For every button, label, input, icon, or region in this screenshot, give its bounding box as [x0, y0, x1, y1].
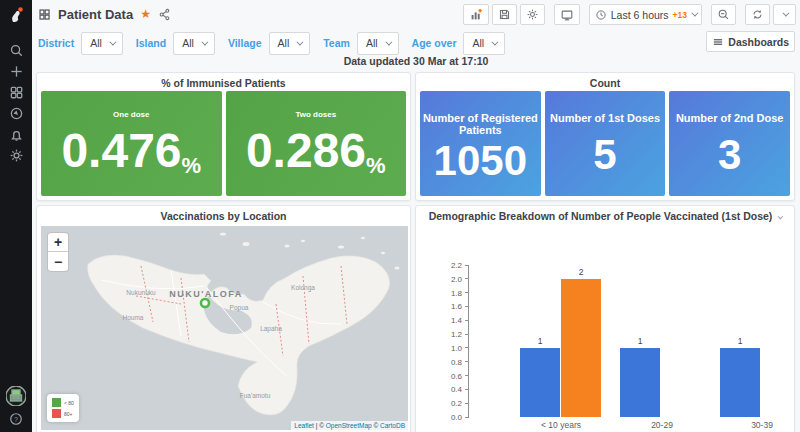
y-axis-tick-mark: [465, 403, 469, 404]
y-axis-tick-mark: [465, 389, 469, 390]
y-axis-tick-label: 1.2: [451, 330, 462, 339]
menu-icon: [712, 36, 724, 48]
help-icon[interactable]: ?: [5, 411, 27, 426]
panel-demographic: Demographic Breakdown of Number of Peopl…: [415, 205, 795, 432]
stat-card-count[interactable]: Number of 1st Doses5: [545, 91, 666, 196]
y-axis-tick-label: 1.0: [451, 343, 462, 352]
time-range-label: Last 6 hours: [611, 9, 669, 21]
stat-card-immunised[interactable]: One dose0.476%: [41, 91, 222, 196]
chart-bar[interactable]: [520, 348, 560, 417]
dashboards-button[interactable]: Dashboards: [706, 31, 795, 52]
filter-value-dropdown[interactable]: All: [463, 32, 505, 55]
stat-card-count[interactable]: Number of 2nd Dose3: [669, 91, 790, 196]
map-canvas: NukunukuNUKU'ALOFAPopuaKolongaHoumaLapah…: [41, 226, 408, 430]
map-zoom-in-button[interactable]: +: [48, 233, 68, 252]
stat-card-immunised[interactable]: Two doses0.286%: [226, 91, 407, 196]
filter-label[interactable]: Age over: [412, 37, 457, 49]
stat-label: Two doses: [295, 110, 336, 119]
y-axis-tick-label: 2.2: [451, 261, 462, 270]
grafana-logo[interactable]: [6, 5, 26, 25]
chevron-down-icon: [691, 10, 698, 17]
timezone-badge: +13: [673, 10, 687, 20]
chart-bar[interactable]: [620, 348, 660, 417]
search-icon[interactable]: [5, 43, 27, 58]
legend-swatch: [52, 398, 61, 407]
vaccination-location-marker[interactable]: [201, 299, 209, 307]
panel-title-immunised[interactable]: % of Immunised Patients: [37, 73, 410, 89]
configuration-gear-icon[interactable]: [5, 148, 27, 163]
map-legend-row: < 80: [52, 398, 74, 407]
chevron-down-icon: [782, 10, 789, 17]
filter-value-text: All: [90, 37, 102, 49]
refresh-button[interactable]: [745, 4, 770, 25]
filter-value-text: All: [182, 37, 194, 49]
chevron-down-icon: [385, 38, 392, 45]
panel-map: Vaccinations by Location: [36, 205, 411, 432]
filter-label[interactable]: Team: [323, 37, 350, 49]
filter-group: VillageAll: [228, 32, 310, 55]
bar-value-label: 1: [738, 336, 743, 346]
save-button[interactable]: [492, 4, 517, 25]
filter-label[interactable]: District: [38, 37, 74, 49]
filter-value-dropdown[interactable]: All: [173, 32, 215, 55]
share-icon[interactable]: [158, 8, 171, 21]
y-axis-tick-mark: [465, 375, 469, 376]
settings-button[interactable]: [520, 4, 545, 25]
filter-group: IslandAll: [136, 32, 215, 55]
panel-title-map[interactable]: Vaccinations by Location: [37, 206, 410, 222]
explore-compass-icon[interactable]: [5, 106, 27, 121]
immunised-stat-cards: One dose0.476%Two doses0.286%: [41, 91, 406, 196]
chevron-down-icon: [201, 38, 208, 45]
map-attribution: Leaflet | © OpenStreetMap © CartoDB: [291, 421, 408, 430]
panel-title-demographic[interactable]: Demographic Breakdown of Number of Peopl…: [416, 206, 794, 222]
filter-value-dropdown[interactable]: All: [357, 32, 399, 55]
filter-label[interactable]: Village: [228, 37, 262, 49]
y-axis-tick-label: 1.6: [451, 302, 462, 311]
osm-link[interactable]: OpenStreetMap: [326, 422, 372, 429]
sidebar: ?: [0, 0, 32, 432]
y-axis-tick-label: 0.2: [451, 399, 462, 408]
bar-value-label: 1: [538, 336, 543, 346]
dashboard-title[interactable]: Patient Data: [58, 7, 133, 22]
refresh-interval-dropdown[interactable]: [773, 4, 796, 25]
map-place-label: Fua'amotu: [240, 392, 271, 399]
map-zoom-out-button[interactable]: −: [48, 252, 68, 271]
add-icon[interactable]: [5, 64, 27, 79]
panel-title-count[interactable]: Count: [416, 73, 794, 89]
filter-group: Age overAll: [412, 32, 506, 55]
filter-value-dropdown[interactable]: All: [269, 32, 311, 55]
zoom-out-time-button[interactable]: [711, 4, 736, 25]
dashboards-grid-icon[interactable]: [5, 85, 27, 100]
user-avatar[interactable]: [5, 386, 27, 406]
alerting-bell-icon[interactable]: [5, 127, 27, 142]
y-axis-tick-mark: [465, 334, 469, 335]
y-axis-tick-label: 2.0: [451, 274, 462, 283]
star-icon[interactable]: ★: [140, 8, 151, 20]
dashboards-button-label: Dashboards: [728, 36, 789, 48]
chevron-down-icon: [778, 214, 784, 220]
chevron-down-icon: [297, 38, 304, 45]
logo-figure: [12, 11, 20, 22]
dashboard-title-icon: [38, 8, 51, 21]
leaflet-map[interactable]: NukunukuNUKU'ALOFAPopuaKolongaHoumaLapah…: [41, 226, 408, 430]
leaflet-link[interactable]: Leaflet: [294, 422, 314, 429]
filter-bar: DistrictAllIslandAllVillageAllTeamAllAge…: [38, 31, 505, 55]
stat-value: 0.476%: [61, 119, 201, 182]
map-legend: < 8080+: [47, 394, 79, 422]
filter-label[interactable]: Island: [136, 37, 166, 49]
chart-bar[interactable]: [720, 348, 760, 417]
x-axis-tick-label: < 10 years: [541, 420, 581, 430]
time-range-picker[interactable]: Last 6 hours +13: [589, 4, 702, 25]
carto-link[interactable]: CartoDB: [380, 422, 405, 429]
clock-icon: [595, 9, 607, 21]
data-updated-text: Data updated 30 Mar at 17:10: [32, 55, 800, 67]
stat-card-count[interactable]: Number of Registered Patients1050: [420, 91, 541, 196]
y-axis-tick-mark: [465, 347, 469, 348]
stat-number: 0.286: [246, 127, 366, 175]
tv-mode-button[interactable]: [554, 4, 580, 25]
add-panel-button[interactable]: [463, 4, 489, 25]
legend-label: < 80: [64, 400, 74, 406]
y-axis-tick-label: 0.6: [451, 371, 462, 380]
chart-bar[interactable]: [561, 279, 601, 417]
filter-value-dropdown[interactable]: All: [81, 32, 123, 55]
